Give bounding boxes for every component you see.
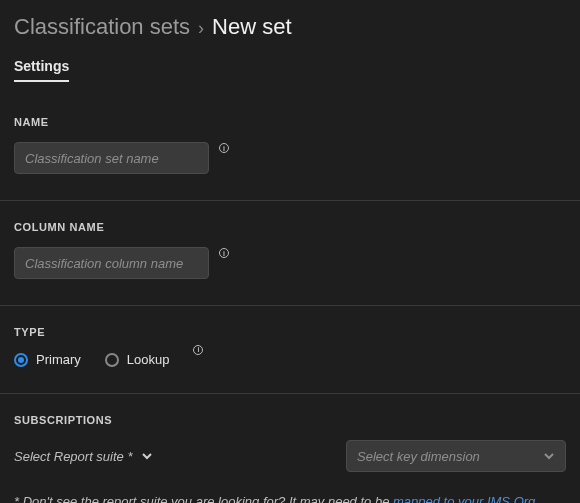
radio-lookup-label: Lookup [127,352,170,367]
name-label: NAME [14,116,566,128]
footnote-prefix: * Don't see the report suite you are loo… [14,494,393,503]
subscriptions-label: SUBSCRIPTIONS [14,414,566,426]
chevron-right-icon: › [198,18,204,39]
breadcrumb-current: New set [212,14,291,40]
info-icon[interactable] [193,345,203,355]
key-dimension-placeholder: Select key dimension [357,449,480,464]
section-name: NAME [0,96,580,200]
radio-primary-label: Primary [36,352,81,367]
column-name-input[interactable] [14,247,209,279]
breadcrumb-parent[interactable]: Classification sets [14,14,190,40]
subscriptions-footnote: * Don't see the report suite you are loo… [14,494,566,503]
tabs: Settings [0,58,580,82]
breadcrumb: Classification sets › New set [14,14,566,40]
name-input[interactable] [14,142,209,174]
report-suite-picker-label: Select Report suite * [14,449,133,464]
radio-checked-icon [14,353,28,367]
radio-primary[interactable]: Primary [14,352,81,367]
type-label: TYPE [14,326,566,338]
footnote-suffix: . [535,494,539,503]
key-dimension-select[interactable]: Select key dimension [346,440,566,472]
chevron-down-icon [141,450,153,462]
report-suite-picker[interactable]: Select Report suite * [14,449,153,464]
footnote-link[interactable]: mapped to your IMS Org [393,494,535,503]
radio-lookup[interactable]: Lookup [105,352,170,367]
info-icon[interactable] [219,143,229,153]
chevron-down-icon [543,450,555,462]
section-column-name: COLUMN NAME [0,200,580,305]
section-subscriptions: SUBSCRIPTIONS Select Report suite * Sele… [0,393,580,503]
section-type: TYPE Primary Lookup [0,305,580,393]
info-icon[interactable] [219,248,229,258]
column-name-label: COLUMN NAME [14,221,566,233]
tab-settings[interactable]: Settings [14,58,69,82]
radio-unchecked-icon [105,353,119,367]
